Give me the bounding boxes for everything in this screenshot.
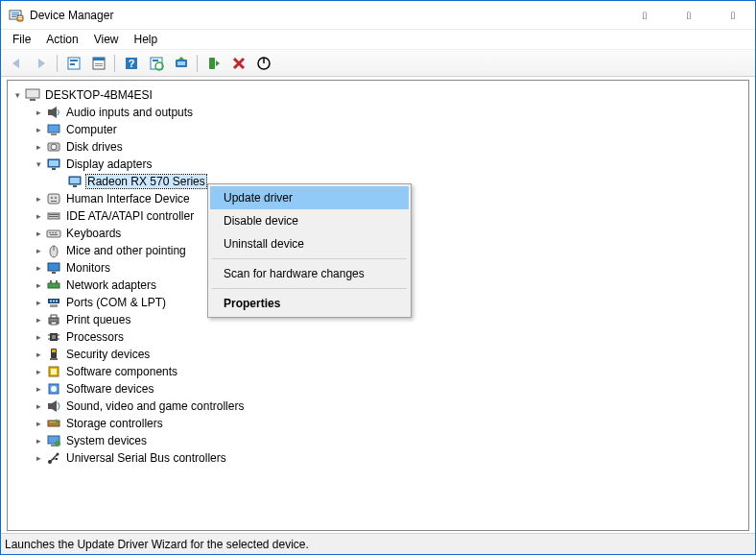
properties-button[interactable]	[87, 53, 109, 74]
update-driver-button[interactable]	[170, 53, 192, 74]
tree-category-label: Mice and other pointing	[65, 244, 187, 257]
svg-rect-70	[52, 350, 56, 352]
expand-icon[interactable]: ▸	[33, 141, 44, 153]
tree-category[interactable]: ▸Storage controllers	[8, 415, 748, 432]
svg-rect-53	[50, 280, 52, 283]
uninstall-device-button[interactable]	[227, 53, 249, 74]
expand-icon[interactable]: ▸	[33, 418, 44, 429]
expand-icon[interactable]: ▸	[33, 366, 44, 377]
expand-icon[interactable]: ▸	[33, 228, 44, 239]
expand-icon[interactable]: ▸	[33, 435, 44, 446]
svg-rect-32	[52, 168, 56, 170]
statusbar-text: Launches the Update Driver Wizard for th…	[5, 538, 309, 551]
tree-category[interactable]: ▸Computer	[8, 121, 748, 138]
expand-icon[interactable]: ▸	[33, 279, 44, 291]
svg-rect-39	[51, 201, 57, 202]
tree-category-label: Audio inputs and outputs	[65, 106, 194, 119]
svg-rect-27	[51, 133, 57, 135]
svg-rect-71	[50, 358, 58, 360]
disable-device-button[interactable]	[252, 53, 274, 74]
maximize-button[interactable]: 	[667, 1, 711, 30]
toolbar-separator	[197, 55, 198, 72]
titlebar: Device Manager   	[1, 1, 755, 30]
context-menu-item[interactable]: Update driver	[210, 186, 409, 209]
menu-view[interactable]: View	[86, 32, 127, 47]
tree-category-label: System devices	[65, 434, 148, 447]
tree-category-label: Ports (COM & LPT)	[65, 296, 167, 309]
device-manager-icon	[9, 8, 24, 23]
tree-category[interactable]: ▸Audio inputs and outputs	[8, 104, 748, 121]
tree-category-label: Computer	[65, 123, 118, 136]
help-button[interactable]: ?	[120, 53, 142, 74]
minimize-button[interactable]: 	[623, 1, 667, 30]
expand-icon[interactable]: ▸	[33, 383, 44, 395]
expand-icon[interactable]: ▸	[33, 210, 44, 222]
context-menu-item[interactable]: Uninstall device	[210, 232, 409, 255]
show-hide-console-tree-button[interactable]	[62, 53, 84, 74]
context-menu-item[interactable]: Disable device	[210, 209, 409, 232]
expand-icon[interactable]: ▸	[33, 314, 44, 326]
svg-rect-17	[153, 60, 158, 61]
ports-icon	[46, 295, 61, 310]
svg-rect-59	[50, 304, 58, 307]
svg-rect-35	[73, 185, 77, 187]
monitor-icon	[46, 260, 61, 276]
svg-rect-50	[48, 263, 59, 271]
svg-rect-45	[52, 232, 54, 233]
svg-rect-24	[30, 99, 35, 101]
expand-icon[interactable]: ▸	[33, 262, 44, 274]
tree-root[interactable]: ▾ DESKTOP-4BM4ESI	[8, 86, 748, 104]
tree-category[interactable]: ▸Security devices	[8, 346, 748, 363]
menu-action[interactable]: Action	[38, 32, 85, 47]
expand-icon[interactable]: ▸	[33, 349, 44, 360]
toolbar-separator	[114, 55, 115, 72]
svg-rect-51	[52, 272, 56, 274]
svg-rect-20	[177, 61, 185, 65]
system-icon	[46, 433, 61, 448]
collapse-icon[interactable]: ▾	[12, 89, 23, 101]
tree-category-label: Storage controllers	[65, 417, 164, 430]
tree-category[interactable]: ▸System devices	[8, 432, 748, 449]
close-button[interactable]: 	[711, 1, 755, 30]
expand-icon[interactable]: ▸	[33, 107, 44, 118]
svg-rect-42	[49, 216, 59, 217]
context-menu-item[interactable]: Properties	[210, 292, 409, 315]
tree-category-label: Processors	[65, 330, 125, 344]
tree-category[interactable]: ▸Sound, video and game controllers	[8, 398, 748, 415]
svg-rect-1	[12, 12, 19, 13]
menu-help[interactable]: Help	[127, 32, 166, 47]
expand-icon[interactable]: ▸	[33, 297, 44, 308]
enable-device-button[interactable]	[202, 53, 224, 74]
expand-icon[interactable]: ▸	[33, 400, 44, 412]
svg-rect-34	[70, 178, 80, 183]
menubar: File Action View Help	[1, 30, 755, 50]
expand-icon[interactable]: ▸	[33, 124, 44, 135]
forward-button	[30, 53, 52, 74]
expand-icon[interactable]: ▸	[33, 452, 44, 464]
expand-icon[interactable]: ▸	[33, 193, 44, 205]
tree-category-label: Sound, video and game controllers	[65, 399, 245, 413]
printer-icon	[46, 312, 61, 327]
tree-category[interactable]: ▸Universal Serial Bus controllers	[8, 449, 748, 467]
tree-category[interactable]: ▸Software components	[8, 363, 748, 380]
processor-icon	[46, 329, 61, 345]
tree-category-label: Disk drives	[65, 140, 124, 154]
svg-rect-52	[48, 283, 59, 288]
scan-hardware-button[interactable]	[145, 53, 167, 74]
tree-category-label: Software components	[65, 365, 178, 378]
tree-category[interactable]: ▸Disk drives	[8, 138, 748, 156]
collapse-icon[interactable]: ▾	[33, 158, 44, 170]
computer-icon	[46, 122, 61, 137]
mouse-icon	[46, 243, 61, 258]
svg-rect-43	[47, 230, 60, 237]
tree-category[interactable]: ▸Software devices	[8, 380, 748, 398]
tree-category[interactable]: ▾Display adapters	[8, 156, 748, 173]
expand-icon[interactable]: ▸	[33, 331, 44, 343]
context-menu-item[interactable]: Scan for hardware changes	[210, 262, 409, 285]
tree-category[interactable]: ▸Processors	[8, 328, 748, 346]
svg-rect-23	[26, 89, 39, 98]
expand-icon[interactable]: ▸	[33, 245, 44, 256]
tree-category-label: Network adapters	[65, 278, 157, 292]
menu-file[interactable]: File	[5, 32, 38, 47]
svg-point-81	[55, 441, 60, 446]
